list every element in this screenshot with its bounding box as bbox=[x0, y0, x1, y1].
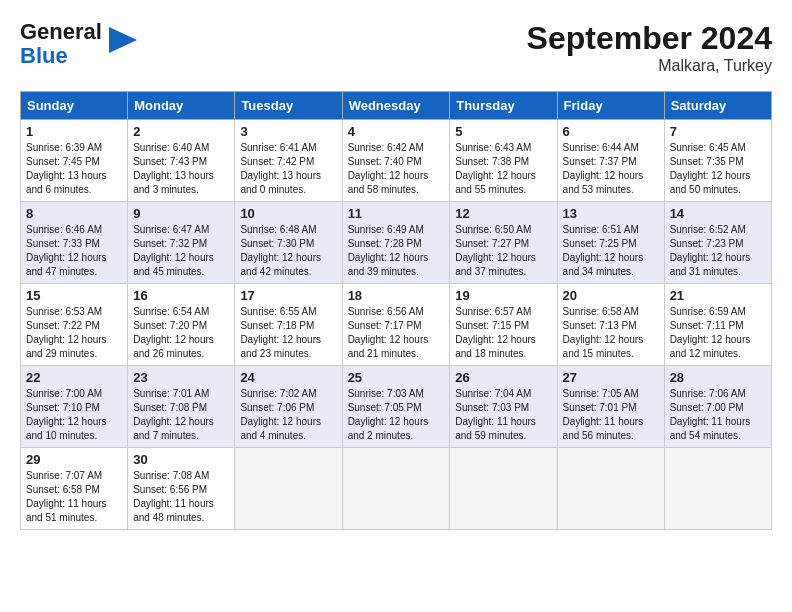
calendar-cell: 11Sunrise: 6:49 AMSunset: 7:28 PMDayligh… bbox=[342, 202, 450, 284]
day-info: Sunrise: 7:08 AMSunset: 6:56 PMDaylight:… bbox=[133, 469, 229, 525]
calendar-cell: 3Sunrise: 6:41 AMSunset: 7:42 PMDaylight… bbox=[235, 120, 342, 202]
calendar-cell: 7Sunrise: 6:45 AMSunset: 7:35 PMDaylight… bbox=[664, 120, 771, 202]
day-info: Sunrise: 6:50 AMSunset: 7:27 PMDaylight:… bbox=[455, 223, 551, 279]
day-info: Sunrise: 7:05 AMSunset: 7:01 PMDaylight:… bbox=[563, 387, 659, 443]
day-info: Sunrise: 7:06 AMSunset: 7:00 PMDaylight:… bbox=[670, 387, 766, 443]
weekday-header-wednesday: Wednesday bbox=[342, 92, 450, 120]
day-number: 29 bbox=[26, 452, 122, 467]
day-info: Sunrise: 6:53 AMSunset: 7:22 PMDaylight:… bbox=[26, 305, 122, 361]
title-block: September 2024 Malkara, Turkey bbox=[527, 20, 772, 75]
day-number: 15 bbox=[26, 288, 122, 303]
day-info: Sunrise: 6:47 AMSunset: 7:32 PMDaylight:… bbox=[133, 223, 229, 279]
day-number: 12 bbox=[455, 206, 551, 221]
day-number: 19 bbox=[455, 288, 551, 303]
day-number: 2 bbox=[133, 124, 229, 139]
day-info: Sunrise: 7:04 AMSunset: 7:03 PMDaylight:… bbox=[455, 387, 551, 443]
day-info: Sunrise: 6:46 AMSunset: 7:33 PMDaylight:… bbox=[26, 223, 122, 279]
day-info: Sunrise: 6:44 AMSunset: 7:37 PMDaylight:… bbox=[563, 141, 659, 197]
calendar-week-row: 15Sunrise: 6:53 AMSunset: 7:22 PMDayligh… bbox=[21, 284, 772, 366]
calendar-week-row: 1Sunrise: 6:39 AMSunset: 7:45 PMDaylight… bbox=[21, 120, 772, 202]
day-number: 10 bbox=[240, 206, 336, 221]
day-info: Sunrise: 6:51 AMSunset: 7:25 PMDaylight:… bbox=[563, 223, 659, 279]
day-number: 4 bbox=[348, 124, 445, 139]
day-number: 27 bbox=[563, 370, 659, 385]
calendar-cell: 6Sunrise: 6:44 AMSunset: 7:37 PMDaylight… bbox=[557, 120, 664, 202]
day-info: Sunrise: 7:00 AMSunset: 7:10 PMDaylight:… bbox=[26, 387, 122, 443]
day-number: 11 bbox=[348, 206, 445, 221]
calendar-cell: 20Sunrise: 6:58 AMSunset: 7:13 PMDayligh… bbox=[557, 284, 664, 366]
day-number: 14 bbox=[670, 206, 766, 221]
weekday-header-row: SundayMondayTuesdayWednesdayThursdayFrid… bbox=[21, 92, 772, 120]
calendar-cell: 10Sunrise: 6:48 AMSunset: 7:30 PMDayligh… bbox=[235, 202, 342, 284]
day-number: 17 bbox=[240, 288, 336, 303]
day-info: Sunrise: 6:56 AMSunset: 7:17 PMDaylight:… bbox=[348, 305, 445, 361]
calendar-week-row: 22Sunrise: 7:00 AMSunset: 7:10 PMDayligh… bbox=[21, 366, 772, 448]
day-number: 26 bbox=[455, 370, 551, 385]
day-number: 30 bbox=[133, 452, 229, 467]
calendar-cell: 18Sunrise: 6:56 AMSunset: 7:17 PMDayligh… bbox=[342, 284, 450, 366]
calendar-cell: 15Sunrise: 6:53 AMSunset: 7:22 PMDayligh… bbox=[21, 284, 128, 366]
month-title: September 2024 bbox=[527, 20, 772, 57]
calendar-cell: 22Sunrise: 7:00 AMSunset: 7:10 PMDayligh… bbox=[21, 366, 128, 448]
calendar-cell: 4Sunrise: 6:42 AMSunset: 7:40 PMDaylight… bbox=[342, 120, 450, 202]
calendar-cell: 12Sunrise: 6:50 AMSunset: 7:27 PMDayligh… bbox=[450, 202, 557, 284]
day-number: 8 bbox=[26, 206, 122, 221]
day-number: 5 bbox=[455, 124, 551, 139]
calendar-cell: 30Sunrise: 7:08 AMSunset: 6:56 PMDayligh… bbox=[128, 448, 235, 530]
day-number: 22 bbox=[26, 370, 122, 385]
day-info: Sunrise: 6:39 AMSunset: 7:45 PMDaylight:… bbox=[26, 141, 122, 197]
calendar-cell: 2Sunrise: 6:40 AMSunset: 7:43 PMDaylight… bbox=[128, 120, 235, 202]
calendar-cell: 26Sunrise: 7:04 AMSunset: 7:03 PMDayligh… bbox=[450, 366, 557, 448]
day-number: 21 bbox=[670, 288, 766, 303]
calendar-cell: 5Sunrise: 6:43 AMSunset: 7:38 PMDaylight… bbox=[450, 120, 557, 202]
calendar-cell bbox=[664, 448, 771, 530]
day-info: Sunrise: 6:54 AMSunset: 7:20 PMDaylight:… bbox=[133, 305, 229, 361]
calendar-cell: 27Sunrise: 7:05 AMSunset: 7:01 PMDayligh… bbox=[557, 366, 664, 448]
day-info: Sunrise: 6:57 AMSunset: 7:15 PMDaylight:… bbox=[455, 305, 551, 361]
calendar-cell: 16Sunrise: 6:54 AMSunset: 7:20 PMDayligh… bbox=[128, 284, 235, 366]
svg-marker-0 bbox=[109, 27, 137, 53]
day-info: Sunrise: 7:03 AMSunset: 7:05 PMDaylight:… bbox=[348, 387, 445, 443]
calendar-cell: 25Sunrise: 7:03 AMSunset: 7:05 PMDayligh… bbox=[342, 366, 450, 448]
day-info: Sunrise: 6:55 AMSunset: 7:18 PMDaylight:… bbox=[240, 305, 336, 361]
day-info: Sunrise: 6:49 AMSunset: 7:28 PMDaylight:… bbox=[348, 223, 445, 279]
page-header: General Blue September 2024 Malkara, Tur… bbox=[20, 20, 772, 75]
day-number: 24 bbox=[240, 370, 336, 385]
calendar-cell: 1Sunrise: 6:39 AMSunset: 7:45 PMDaylight… bbox=[21, 120, 128, 202]
calendar-cell: 9Sunrise: 6:47 AMSunset: 7:32 PMDaylight… bbox=[128, 202, 235, 284]
calendar-cell: 29Sunrise: 7:07 AMSunset: 6:58 PMDayligh… bbox=[21, 448, 128, 530]
logo-icon bbox=[109, 27, 137, 53]
day-info: Sunrise: 6:43 AMSunset: 7:38 PMDaylight:… bbox=[455, 141, 551, 197]
logo: General Blue bbox=[20, 20, 137, 68]
day-info: Sunrise: 7:02 AMSunset: 7:06 PMDaylight:… bbox=[240, 387, 336, 443]
day-info: Sunrise: 6:40 AMSunset: 7:43 PMDaylight:… bbox=[133, 141, 229, 197]
calendar-cell: 28Sunrise: 7:06 AMSunset: 7:00 PMDayligh… bbox=[664, 366, 771, 448]
calendar-week-row: 8Sunrise: 6:46 AMSunset: 7:33 PMDaylight… bbox=[21, 202, 772, 284]
day-info: Sunrise: 7:01 AMSunset: 7:08 PMDaylight:… bbox=[133, 387, 229, 443]
day-number: 6 bbox=[563, 124, 659, 139]
calendar-cell: 8Sunrise: 6:46 AMSunset: 7:33 PMDaylight… bbox=[21, 202, 128, 284]
day-number: 9 bbox=[133, 206, 229, 221]
calendar-week-row: 29Sunrise: 7:07 AMSunset: 6:58 PMDayligh… bbox=[21, 448, 772, 530]
day-number: 25 bbox=[348, 370, 445, 385]
calendar-cell bbox=[342, 448, 450, 530]
calendar-cell bbox=[450, 448, 557, 530]
weekday-header-friday: Friday bbox=[557, 92, 664, 120]
day-info: Sunrise: 6:48 AMSunset: 7:30 PMDaylight:… bbox=[240, 223, 336, 279]
day-info: Sunrise: 6:58 AMSunset: 7:13 PMDaylight:… bbox=[563, 305, 659, 361]
day-info: Sunrise: 6:45 AMSunset: 7:35 PMDaylight:… bbox=[670, 141, 766, 197]
day-number: 7 bbox=[670, 124, 766, 139]
day-number: 28 bbox=[670, 370, 766, 385]
day-number: 1 bbox=[26, 124, 122, 139]
day-number: 13 bbox=[563, 206, 659, 221]
logo-general: General bbox=[20, 19, 102, 44]
day-number: 20 bbox=[563, 288, 659, 303]
calendar-cell bbox=[235, 448, 342, 530]
calendar-cell: 17Sunrise: 6:55 AMSunset: 7:18 PMDayligh… bbox=[235, 284, 342, 366]
day-info: Sunrise: 6:59 AMSunset: 7:11 PMDaylight:… bbox=[670, 305, 766, 361]
calendar-cell: 24Sunrise: 7:02 AMSunset: 7:06 PMDayligh… bbox=[235, 366, 342, 448]
calendar-cell: 23Sunrise: 7:01 AMSunset: 7:08 PMDayligh… bbox=[128, 366, 235, 448]
logo-blue: Blue bbox=[20, 43, 68, 68]
calendar-table: SundayMondayTuesdayWednesdayThursdayFrid… bbox=[20, 91, 772, 530]
calendar-cell: 13Sunrise: 6:51 AMSunset: 7:25 PMDayligh… bbox=[557, 202, 664, 284]
